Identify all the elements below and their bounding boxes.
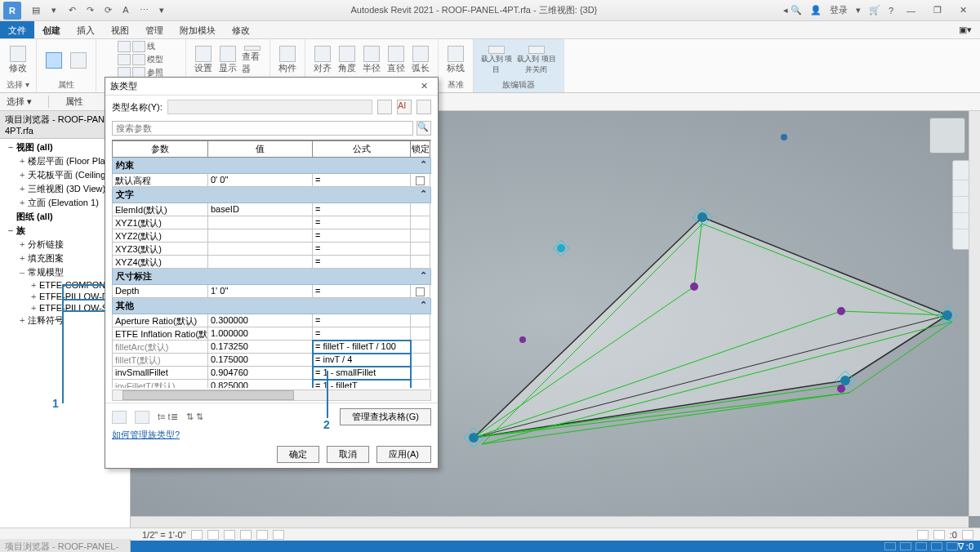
col-formula[interactable]: 公式 (313, 140, 411, 158)
cancel-button[interactable]: 取消 (327, 446, 369, 463)
howto-link[interactable]: 如何管理族类型? (112, 430, 180, 439)
qat-save-icon[interactable]: ▾ (47, 5, 60, 16)
dialog-h-scroll[interactable] (112, 390, 431, 401)
sb2-icon1[interactable] (884, 542, 896, 550)
set-button[interactable]: 设置 (193, 46, 214, 75)
rename-type-icon[interactable]: AI (397, 100, 412, 114)
sb-crop-icon[interactable] (240, 530, 252, 540)
opt-select[interactable]: 选择 ▾ (7, 96, 32, 108)
grid-section[interactable]: 其他⌃ (112, 298, 431, 314)
maximize-button[interactable]: ❐ (929, 5, 947, 16)
qat-undo-icon[interactable]: ↶ (65, 5, 78, 16)
apply-button[interactable]: 应用(A) (376, 446, 431, 463)
sb2-icon2[interactable] (900, 542, 911, 550)
sb-sun-icon[interactable] (207, 530, 219, 540)
col-lock[interactable]: 锁定 (411, 140, 430, 158)
close-button[interactable]: ✕ (955, 5, 972, 16)
tab-insert[interactable]: 插入 (69, 21, 103, 38)
viewer-button[interactable]: 查看器 (242, 46, 263, 75)
radial-button[interactable]: 半径 (361, 46, 382, 75)
viewcube[interactable] (929, 118, 965, 154)
parameter-grid[interactable]: 参数 值 公式 锁定 约束⌃默认高程0' 0"=文字⌃ElemId(默认)bas… (112, 140, 431, 388)
new-type-icon[interactable] (377, 100, 392, 114)
grid-row[interactable]: invFilletT(默认)0.825000= 1 - filletT (112, 380, 431, 388)
sb-select-icon[interactable] (962, 530, 973, 540)
qat-print-icon[interactable]: A (119, 5, 132, 16)
horizontal-scrollbar[interactable] (131, 516, 969, 528)
properties-button[interactable] (43, 46, 65, 75)
diameter-button[interactable]: 直径 (385, 46, 407, 75)
tab-create[interactable]: 创建 (34, 21, 69, 38)
tab-addins[interactable]: 附加模块 (172, 21, 224, 38)
show-button[interactable]: 显示 (217, 46, 238, 75)
circle-icon[interactable] (132, 54, 145, 65)
qat-sync-icon[interactable]: ⟳ (101, 5, 114, 16)
sb-hide-icon[interactable] (256, 530, 268, 540)
grid-section[interactable]: 约束⌃ (112, 158, 431, 174)
vertical-scrollbar[interactable] (969, 111, 980, 516)
sb-link-icon[interactable] (917, 530, 929, 540)
grid-row[interactable]: XYZ3(默认)= (112, 243, 431, 256)
grid-row[interactable]: XYZ4(默认)= (112, 256, 431, 269)
grid-row[interactable]: Aperture Ratio(默认)0.300000= (112, 314, 431, 327)
sb-visual-style-icon[interactable] (191, 530, 203, 540)
sb-reveal-icon[interactable] (273, 530, 284, 540)
user-icon[interactable]: 👤 (810, 5, 822, 16)
load-project-close-button[interactable]: 载入到 项目并关闭 (516, 46, 557, 75)
minimize-button[interactable]: — (902, 6, 920, 16)
help-icon[interactable]: ? (889, 6, 893, 16)
tab-file[interactable]: 文件 (0, 21, 34, 38)
grid-row[interactable]: XYZ2(默认)= (112, 229, 431, 243)
grid-row[interactable]: XYZ1(默认)= (112, 216, 431, 229)
grid-row[interactable]: Depth1' 0"= (112, 285, 431, 298)
sb2-icon3[interactable] (915, 542, 927, 550)
dialog-titlebar[interactable]: 族类型 ✕ (105, 78, 438, 96)
load-project-button[interactable]: 载入到 项目 (480, 46, 513, 75)
cart-icon[interactable]: 🛒 (869, 5, 880, 16)
edit-param-icon[interactable] (135, 411, 149, 424)
grid-section[interactable]: 尺寸标注⌃ (112, 269, 431, 285)
tab-modify[interactable]: 修改 (224, 21, 258, 38)
sb-shadow-icon[interactable] (224, 530, 235, 540)
col-value[interactable]: 值 (208, 140, 313, 158)
rect-icon[interactable] (132, 41, 145, 52)
grid-row[interactable]: ETFE Inflation Ratio(默认)1.000000= (112, 327, 431, 341)
search-icon[interactable]: ◂ 🔍 (783, 5, 802, 16)
grid-row[interactable]: 默认高程0' 0"= (112, 174, 431, 187)
delete-type-icon[interactable] (416, 100, 431, 114)
angular-button[interactable]: 角度 (336, 46, 358, 75)
manage-lookup-button[interactable]: 管理查找表格(G) (340, 408, 431, 425)
qat-redo-icon[interactable]: ↷ (83, 5, 96, 16)
arc-len-button[interactable]: 弧长 (410, 46, 431, 75)
qat-open-icon[interactable]: ▤ (29, 5, 42, 16)
modify-button[interactable]: 修改 (7, 46, 29, 75)
opt-properties[interactable]: 属性 (48, 96, 83, 108)
grid-row[interactable]: filletT(默认)0.175000= invT / 4 (112, 354, 431, 367)
type-name-input[interactable] (167, 100, 372, 114)
col-param[interactable]: 参数 (112, 140, 208, 158)
tab-view[interactable]: 视图 (103, 21, 137, 38)
line-icon[interactable] (118, 41, 131, 52)
zoom-scale[interactable]: 1/2" = 1'-0" (142, 530, 186, 540)
grid-row[interactable]: invSmallFillet0.904760= 1 - smallFillet (112, 367, 431, 380)
grid-row[interactable]: filletArc(默认)0.173250= filletT - filletT… (112, 341, 431, 354)
dialog-close-icon[interactable]: ✕ (416, 81, 433, 91)
search-icon[interactable]: 🔍 (416, 121, 431, 136)
qat-drop-icon[interactable]: ▾ (155, 5, 168, 16)
search-input[interactable] (112, 121, 413, 136)
family-types-button[interactable] (68, 46, 89, 75)
new-param-icon[interactable] (112, 411, 127, 424)
ok-button[interactable]: 确定 (277, 446, 319, 463)
grid-section[interactable]: 文字⌃ (112, 187, 431, 203)
sb2-icon5[interactable] (947, 542, 958, 550)
grid-row[interactable]: ElemId(默认)baseID= (112, 203, 431, 216)
ribbon-collapse-icon[interactable]: ▣▾ (951, 21, 980, 38)
component-button[interactable]: 构件 (277, 46, 298, 75)
sb-filter-icon[interactable] (933, 530, 945, 540)
align-button[interactable]: 对齐 (312, 46, 333, 75)
tab-manage[interactable]: 管理 (137, 21, 172, 38)
dropdown-icon[interactable]: ▾ (856, 5, 861, 16)
qat-more-icon[interactable]: ⋯ (137, 5, 150, 16)
arc-icon[interactable] (118, 54, 131, 65)
ref-line-button[interactable]: 标线 (445, 46, 466, 75)
